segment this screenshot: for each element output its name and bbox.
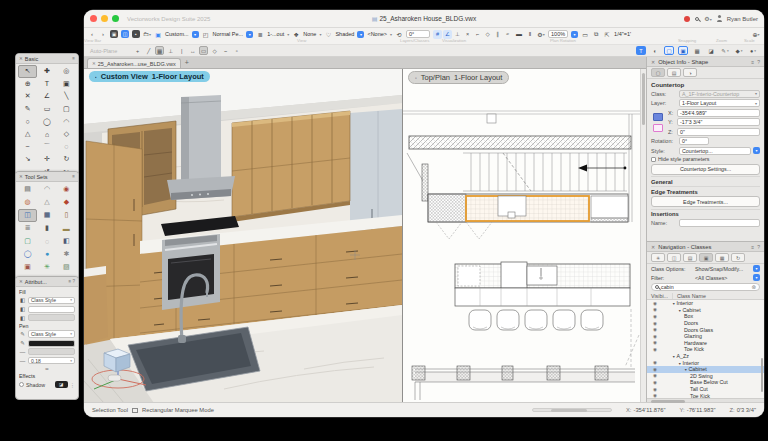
position-mode-icon[interactable]: [653, 113, 663, 121]
visibility-eye-icon[interactable]: [647, 321, 663, 326]
class-row[interactable]: ▼ A_Zz: [647, 353, 764, 360]
slope-icon[interactable]: ╱: [144, 46, 153, 55]
filter-dropdown[interactable]: <All Classes>: [693, 274, 751, 282]
design-layers-tab-icon[interactable]: ◫: [667, 253, 681, 262]
pan-tool-icon[interactable]: ✚: [37, 65, 56, 78]
snap-smart-point-icon[interactable]: ⌐: [473, 30, 482, 39]
column-tool-icon[interactable]: ▮: [37, 222, 56, 235]
window-tool-icon[interactable]: ▦: [37, 209, 56, 222]
panel-menu-icon[interactable]: ≡: [751, 244, 754, 250]
stair-tool-icon[interactable]: ≣: [18, 222, 37, 235]
panel-menu-icon[interactable]: ≡: [751, 59, 754, 65]
separator-icon[interactable]: |: [177, 46, 186, 55]
2d-plan-pane[interactable]: ▫ Top/Plan1-Floor Layout: [403, 69, 646, 402]
z-field[interactable]: 0": [677, 128, 760, 136]
close-tab-icon[interactable]: ✕: [92, 61, 96, 66]
view-preset-dropdown[interactable]: ▾: [192, 31, 199, 38]
3d-view-pane[interactable]: ▪ Custom View1-Floor Layout: [84, 69, 402, 402]
class-row[interactable]: Box: [647, 313, 764, 320]
angle-tool-icon[interactable]: ∠: [37, 90, 56, 103]
settings-gear-icon[interactable]: ⚙▾: [704, 15, 711, 22]
zoom-window-button[interactable]: [112, 15, 119, 22]
user-avatar-icon[interactable]: [717, 16, 722, 21]
reference-value[interactable]: <None>: [367, 31, 387, 37]
rounded-rectangle-tool-icon[interactable]: ▢: [57, 103, 76, 116]
view-label-plan[interactable]: ▫ Top/Plan1-Floor Layout: [408, 71, 509, 84]
visibility-eye-icon[interactable]: [647, 367, 663, 372]
contrast-icon[interactable]: ◐: [650, 46, 660, 55]
renderworks-tool-icon[interactable]: ◆: [57, 196, 76, 209]
forward-arrow-icon[interactable]: ›: [99, 30, 107, 38]
heliodon-tool-icon[interactable]: ◍: [18, 196, 37, 209]
class-row[interactable]: Glazing: [647, 333, 764, 340]
zoom-level-field[interactable]: 100%: [548, 30, 568, 38]
arc-tool-icon[interactable]: ◠: [57, 115, 76, 128]
oval-tool-icon[interactable]: ◯: [37, 115, 56, 128]
section-tool-icon[interactable]: ◧: [57, 235, 76, 248]
roof-tool-icon[interactable]: △: [37, 196, 56, 209]
hatch-display-icon[interactable]: ▦: [692, 46, 702, 55]
detail-tool-icon[interactable]: ◌: [37, 235, 56, 248]
white-model-icon[interactable]: ▢: [664, 46, 674, 55]
view-label-3d[interactable]: ▪ Custom View1-Floor Layout: [89, 71, 210, 82]
rotate-tool-icon[interactable]: ↻: [57, 153, 76, 166]
material-options-icon[interactable]: ◆: [734, 46, 744, 55]
freehand-mode-icon[interactable]: ~: [221, 46, 230, 55]
zoom-gear-icon[interactable]: ⚙▾: [537, 30, 545, 38]
class-row[interactable]: Toe Kick: [647, 346, 764, 353]
saved-view-icon[interactable]: ▣: [110, 30, 118, 38]
cabinet-tool-icon[interactable]: ▯: [57, 209, 76, 222]
marquee-zoom-icon[interactable]: ▭: [581, 30, 589, 38]
plan-rotation-field[interactable]: 0°: [406, 30, 430, 38]
snap-grid-icon[interactable]: #: [433, 30, 442, 39]
slab-tool-icon[interactable]: ▬: [57, 222, 76, 235]
zoom-dropdown[interactable]: ▾: [571, 31, 578, 38]
palette-menu-icon[interactable]: ≡: [72, 174, 75, 179]
plan-scrollbar[interactable]: [640, 69, 646, 402]
shadow-info-icon[interactable]: ⋮: [70, 382, 75, 388]
close-panel-icon[interactable]: ✕: [651, 59, 655, 65]
flyover-tool-icon[interactable]: ◎: [57, 65, 76, 78]
folder-dropdown-icon[interactable]: 🗀▾: [143, 30, 151, 38]
class-name-column-header[interactable]: Class Name: [673, 293, 706, 299]
hide-style-checkbox[interactable]: [651, 157, 656, 162]
edge-treatments-button[interactable]: Edge Treatments...: [651, 196, 760, 207]
gear-tool-icon[interactable]: ✱: [57, 247, 76, 260]
x-field[interactable]: -354'4.989": [677, 109, 760, 117]
active-layer-value[interactable]: 1-...out: [267, 31, 284, 37]
curved-wall-tool-icon[interactable]: ◠: [37, 183, 56, 196]
projection-icon[interactable]: ◰: [202, 30, 210, 38]
snap-smart-edge-icon[interactable]: ∥: [493, 30, 502, 39]
visibility-eye-icon[interactable]: [647, 327, 663, 332]
saved-views-tab-icon[interactable]: ✳: [651, 253, 665, 262]
attributes-palette-header[interactable]: ✕ Attribut... ≡ ?: [16, 277, 78, 287]
multi-pane-icon[interactable]: ◫: [121, 30, 129, 38]
lock-view-icon[interactable]: ▪: [132, 30, 140, 38]
visibility-eye-icon[interactable]: [647, 380, 663, 385]
style-field[interactable]: Countertop...: [679, 147, 751, 155]
scale-value[interactable]: 1/4"=1': [614, 31, 631, 37]
visibility-column-header[interactable]: Visibi...: [651, 293, 673, 299]
marquee-mode-icon[interactable]: ▭: [199, 46, 208, 55]
shadow-display-icon[interactable]: ◪: [706, 46, 716, 55]
selection-tool-icon[interactable]: ↖: [18, 65, 37, 78]
insertions-section[interactable]: Insertions: [651, 209, 760, 218]
fit-objects-icon[interactable]: ↔: [188, 46, 197, 55]
panel-help-icon[interactable]: ?: [757, 59, 760, 65]
visibility-eye-icon[interactable]: [647, 340, 663, 345]
wall-tool-icon[interactable]: ▤: [18, 183, 37, 196]
polygon-tool-icon[interactable]: ◇: [57, 128, 76, 141]
outline-mode-icon[interactable]: ▣: [678, 46, 688, 55]
drop-tool-icon[interactable]: ●: [37, 247, 56, 260]
render-mode-value[interactable]: Shaded: [335, 31, 354, 37]
render-tab-icon[interactable]: ◑: [683, 68, 697, 77]
expand-icon[interactable]: +: [133, 46, 142, 55]
class-options-dropdown[interactable]: Show/Snap/Modify...: [693, 265, 751, 273]
rectangle-tool-icon[interactable]: ▭: [37, 103, 56, 116]
classes-icon[interactable]: ❖: [292, 30, 300, 38]
pen-style-dropdown[interactable]: Class Style▾: [28, 330, 75, 338]
user-name[interactable]: Ryan Butler: [727, 16, 758, 22]
data-tab-icon[interactable]: ▤: [667, 68, 681, 77]
close-palette-icon[interactable]: ✕: [19, 279, 23, 284]
pen-opacity-slider[interactable]: [28, 348, 75, 355]
